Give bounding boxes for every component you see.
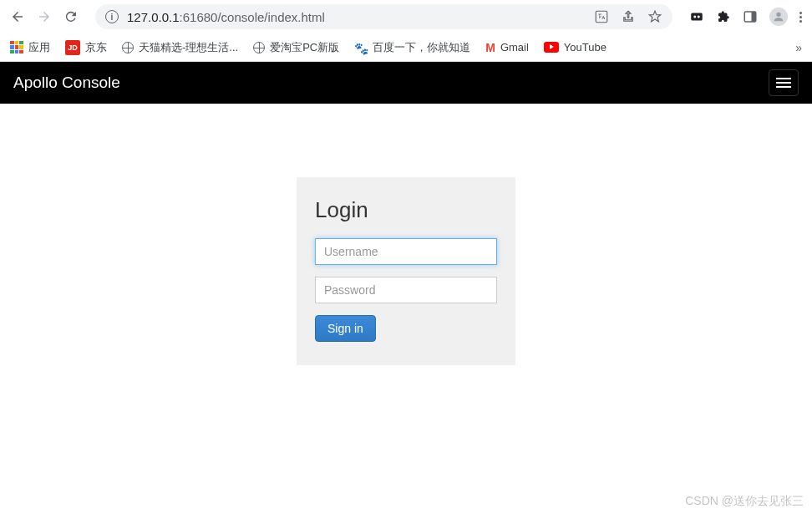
globe-icon	[253, 42, 265, 53]
login-title: Login	[315, 197, 497, 223]
address-actions	[594, 9, 662, 24]
bookmark-tmall-label: 天猫精选-理想生活...	[139, 40, 238, 55]
youtube-icon	[544, 42, 559, 53]
menu-toggle-button[interactable]	[769, 69, 799, 96]
apps-grid-icon	[10, 41, 23, 54]
globe-icon	[122, 42, 134, 53]
bookmark-gmail-label: Gmail	[500, 41, 529, 53]
extension-icon-1[interactable]	[689, 9, 704, 24]
bookmark-gmail[interactable]: M Gmail	[485, 41, 529, 54]
bookmark-baidu-label: 百度一下，你就知道	[373, 40, 470, 55]
url-host: 127.0.0.1	[127, 10, 180, 24]
svg-point-6	[776, 13, 780, 17]
bookmark-youtube-label: YouTube	[564, 41, 606, 53]
bookmark-baidu[interactable]: 🐾 百度一下，你就知道	[354, 40, 470, 55]
svg-point-3	[698, 16, 700, 18]
bookmarks-bar: 应用 JD 京东 天猫精选-理想生活... 爱淘宝PC新版 🐾 百度一下，你就知…	[0, 33, 812, 62]
password-input[interactable]	[315, 277, 497, 303]
url-path: :61680/console/index.html	[180, 10, 325, 24]
translate-icon[interactable]	[594, 9, 609, 24]
star-icon[interactable]	[647, 9, 662, 24]
bookmark-aitaobao-label: 爱淘宝PC新版	[270, 40, 339, 55]
signin-button[interactable]: Sign in	[315, 315, 376, 342]
page-content: Login Sign in	[0, 104, 812, 365]
sidepanel-icon[interactable]	[743, 9, 758, 24]
watermark-text: CSDN @送你去见张三	[685, 494, 804, 509]
bookmark-apps[interactable]: 应用	[10, 40, 50, 55]
bookmark-aitaobao[interactable]: 爱淘宝PC新版	[253, 40, 339, 55]
svg-rect-1	[691, 13, 703, 21]
extensions-puzzle-icon[interactable]	[716, 9, 731, 24]
back-button[interactable]	[10, 9, 25, 24]
profile-avatar[interactable]	[769, 8, 788, 26]
forward-button[interactable]	[37, 9, 52, 24]
baidu-paw-icon: 🐾	[354, 42, 368, 53]
username-input[interactable]	[315, 238, 497, 265]
jd-icon: JD	[65, 40, 80, 55]
share-icon[interactable]	[621, 9, 636, 24]
nav-buttons	[10, 9, 79, 24]
gmail-icon: M	[485, 41, 495, 54]
hamburger-icon	[776, 78, 791, 79]
svg-point-2	[693, 16, 696, 18]
bookmarks-overflow-icon[interactable]: »	[795, 41, 802, 54]
svg-rect-5	[752, 12, 756, 22]
extension-icons	[689, 8, 802, 26]
bookmark-jd[interactable]: JD 京东	[65, 40, 107, 55]
reload-button[interactable]	[63, 9, 79, 24]
bookmark-tmall[interactable]: 天猫精选-理想生活...	[122, 40, 238, 55]
bookmark-apps-label: 应用	[28, 40, 50, 55]
brand-title[interactable]: Apollo Console	[13, 74, 120, 92]
svg-rect-0	[596, 11, 607, 23]
address-bar[interactable]: i 127.0.0.1:61680/console/index.html	[95, 4, 672, 29]
login-panel: Login Sign in	[297, 177, 515, 365]
site-info-icon[interactable]: i	[105, 10, 119, 23]
app-navbar: Apollo Console	[0, 62, 812, 104]
bookmark-youtube[interactable]: YouTube	[544, 41, 606, 53]
url-text: 127.0.0.1:61680/console/index.html	[127, 10, 586, 24]
browser-menu-icon[interactable]	[799, 12, 802, 23]
bookmark-jd-label: 京东	[85, 40, 107, 55]
browser-toolbar: i 127.0.0.1:61680/console/index.html	[0, 0, 812, 33]
